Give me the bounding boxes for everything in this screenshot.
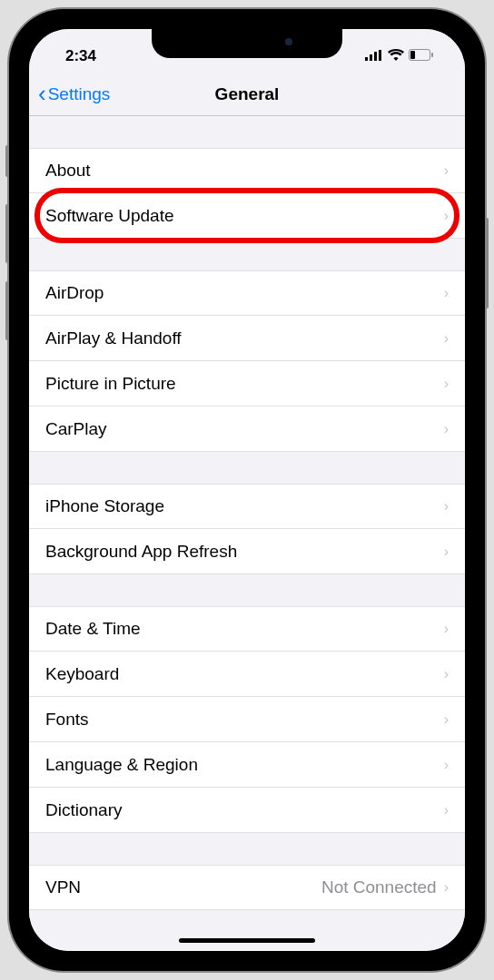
row-label: Picture in Picture — [45, 374, 176, 394]
row-detail: Not Connected — [321, 877, 437, 897]
row-fonts[interactable]: Fonts › — [29, 697, 465, 742]
row-label: Background App Refresh — [45, 542, 237, 562]
section-2: iPhone Storage › Background App Refresh … — [29, 484, 465, 574]
row-right: Not Connected › — [321, 877, 449, 897]
row-language-region[interactable]: Language & Region › — [29, 742, 465, 788]
row-carplay[interactable]: CarPlay › — [29, 407, 465, 452]
status-time: 2:34 — [54, 47, 96, 65]
row-label: iPhone Storage — [45, 496, 164, 516]
row-dictionary[interactable]: Dictionary › — [29, 788, 465, 833]
row-iphone-storage[interactable]: iPhone Storage › — [29, 484, 465, 529]
chevron-right-icon: › — [444, 802, 449, 818]
row-airplay-handoff[interactable]: AirPlay & Handoff › — [29, 316, 465, 361]
row-label: Fonts — [45, 710, 89, 730]
chevron-right-icon: › — [444, 376, 449, 392]
battery-icon — [409, 48, 434, 64]
svg-rect-5 — [431, 53, 433, 57]
home-indicator[interactable] — [179, 938, 315, 943]
notch — [152, 29, 342, 58]
camera-dot — [285, 38, 292, 45]
svg-rect-0 — [365, 57, 368, 61]
row-label: AirPlay & Handoff — [45, 328, 182, 348]
content-scroll[interactable]: About › Software Update › AirDrop › — [29, 116, 465, 951]
row-label: VPN — [45, 877, 81, 897]
row-label: Dictionary — [45, 800, 122, 820]
chevron-right-icon: › — [444, 330, 449, 347]
row-label: AirDrop — [45, 283, 104, 303]
svg-rect-3 — [379, 50, 381, 61]
row-software-update[interactable]: Software Update › — [29, 193, 465, 239]
row-label: Date & Time — [45, 619, 141, 639]
svg-rect-6 — [410, 51, 415, 59]
back-label: Settings — [48, 84, 111, 104]
row-label: CarPlay — [45, 419, 107, 439]
chevron-right-icon: › — [444, 498, 449, 514]
volume-up-button — [5, 204, 9, 263]
chevron-right-icon: › — [444, 621, 449, 637]
row-date-time[interactable]: Date & Time › — [29, 606, 465, 652]
cellular-icon — [365, 48, 383, 64]
row-vpn[interactable]: VPN Not Connected › — [29, 865, 465, 910]
row-about[interactable]: About › — [29, 148, 465, 193]
chevron-right-icon: › — [444, 666, 449, 682]
chevron-right-icon: › — [444, 208, 449, 224]
row-label: Keyboard — [45, 664, 119, 684]
volume-down-button — [5, 281, 9, 340]
row-airdrop[interactable]: AirDrop › — [29, 270, 465, 316]
nav-title: General — [215, 84, 280, 104]
back-chevron-icon: ‹ — [38, 80, 46, 108]
section-3: Date & Time › Keyboard › Fonts › Languag… — [29, 606, 465, 833]
chevron-right-icon: › — [444, 544, 449, 560]
nav-bar: ‹ Settings General — [29, 73, 465, 116]
back-button[interactable]: ‹ Settings — [38, 80, 110, 108]
chevron-right-icon: › — [444, 421, 449, 437]
row-label: Language & Region — [45, 755, 198, 775]
row-label: Software Update — [45, 206, 174, 226]
chevron-right-icon: › — [444, 162, 449, 179]
mute-switch — [5, 145, 9, 177]
row-background-app-refresh[interactable]: Background App Refresh › — [29, 529, 465, 574]
row-label: About — [45, 161, 91, 181]
screen: 2:34 — [29, 29, 465, 951]
section-4: VPN Not Connected › — [29, 865, 465, 910]
section-1: AirDrop › AirPlay & Handoff › Picture in… — [29, 270, 465, 452]
power-button — [485, 218, 489, 309]
chevron-right-icon: › — [444, 879, 449, 896]
chevron-right-icon: › — [444, 285, 449, 301]
phone-frame: 2:34 — [9, 9, 485, 971]
chevron-right-icon: › — [444, 711, 449, 728]
section-0: About › Software Update › — [29, 148, 465, 239]
row-keyboard[interactable]: Keyboard › — [29, 652, 465, 697]
row-picture-in-picture[interactable]: Picture in Picture › — [29, 361, 465, 407]
wifi-icon — [388, 48, 404, 64]
chevron-right-icon: › — [444, 757, 449, 773]
svg-rect-2 — [374, 52, 377, 61]
status-icons — [365, 48, 440, 64]
svg-rect-1 — [370, 54, 372, 61]
